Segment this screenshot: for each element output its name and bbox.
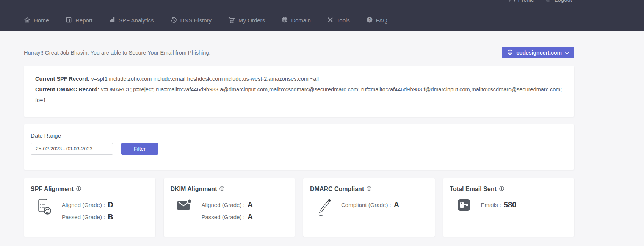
- home-icon: [24, 17, 30, 24]
- date-range-label: Date Range: [31, 132, 567, 139]
- nav-label: Report: [75, 17, 92, 24]
- logout-icon: [545, 0, 552, 3]
- dkim-alignment-card: DKIM Alignment Aligned: [164, 178, 295, 237]
- metric-value: A: [248, 201, 253, 209]
- stat-cards-row: SPF Alignment: [24, 178, 574, 237]
- info-icon[interactable]: [219, 186, 224, 193]
- metric-label: Aligned (Grade) :: [202, 202, 245, 208]
- nav-item-spf-analytics[interactable]: SPF Analytics: [109, 17, 154, 24]
- nav-label: Domain: [291, 17, 311, 24]
- card-title: Total Email Sent: [450, 186, 568, 193]
- dmarc-compliant-card: DMARC Compliant: [303, 178, 435, 237]
- profile-icon: [509, 0, 516, 3]
- account-menu: Profile Logout: [509, 0, 572, 3]
- nav-item-faq[interactable]: ? FAQ: [367, 17, 387, 24]
- card-body: Aligned (Grade) : D Passed (Grade) : B: [31, 199, 149, 223]
- nav-label: Tools: [337, 17, 350, 24]
- metric-row: Emails : 580: [481, 199, 517, 211]
- mailbox-icon: [450, 199, 473, 212]
- card-metrics: Emails : 580: [481, 199, 517, 211]
- tools-icon: [327, 17, 333, 24]
- metric-label: Compliant (Grade) :: [341, 202, 391, 208]
- question-icon: ?: [367, 17, 373, 24]
- svg-text:?: ?: [368, 18, 371, 22]
- chevron-down-icon: [565, 50, 569, 56]
- nav-item-domain[interactable]: Domain: [282, 17, 311, 24]
- globe-icon: [282, 17, 288, 24]
- cart-icon: [228, 17, 235, 24]
- dmarc-record-line: Current DMARC Record: v=DMARC1; p=reject…: [35, 84, 563, 105]
- card-metrics: Aligned (Grade) : A Passed (Grade) : A: [202, 199, 253, 223]
- metric-row: Compliant (Grade) : A: [341, 199, 399, 211]
- card-body: Compliant (Grade) : A: [310, 199, 428, 216]
- metric-label: Passed (Grade) :: [62, 214, 105, 220]
- profile-label: Profile: [518, 0, 534, 3]
- card-title-text: DMARC Compliant: [310, 186, 364, 193]
- nav-label: Home: [34, 17, 49, 24]
- card-title: SPF Alignment: [31, 186, 149, 193]
- nav-item-dns-history[interactable]: DNS History: [171, 17, 212, 24]
- metric-value: A: [248, 213, 253, 221]
- greeting-row: Hurray!! Great Job Bhavin, You are able …: [24, 47, 574, 58]
- card-metrics: Compliant (Grade) : A: [341, 199, 399, 211]
- metric-label: Passed (Grade) :: [202, 214, 245, 220]
- card-title: DMARC Compliant: [310, 186, 428, 193]
- nav-item-report[interactable]: Report: [66, 17, 92, 24]
- card-title-text: SPF Alignment: [31, 186, 74, 193]
- domain-selector-button[interactable]: codesigncert.com: [502, 47, 574, 58]
- card-body: Aligned (Grade) : A Passed (Grade) : A: [171, 199, 288, 223]
- card-body: Emails : 580: [450, 199, 568, 212]
- total-email-sent-card: Total Email Sent: [443, 178, 575, 237]
- metric-row: Aligned (Grade) : D: [62, 199, 113, 211]
- spf-alignment-card: SPF Alignment: [24, 178, 155, 237]
- report-icon: [66, 17, 72, 24]
- logout-label: Logout: [555, 0, 572, 3]
- metric-value: B: [108, 213, 113, 221]
- filter-row: Filter: [31, 143, 567, 155]
- date-filter-card: Date Range Filter: [24, 124, 574, 170]
- main-content: Hurray!! Great Job Bhavin, You are able …: [24, 47, 574, 237]
- profile-button[interactable]: Profile: [509, 0, 534, 3]
- dmarc-record-label: Current DMARC Record:: [35, 86, 99, 92]
- server-sync-icon: [31, 199, 54, 215]
- nav-label: SPF Analytics: [119, 17, 154, 24]
- spf-record-label: Current SPF Record:: [35, 76, 89, 82]
- metric-row: Passed (Grade) : B: [62, 211, 113, 223]
- info-icon[interactable]: [76, 186, 81, 193]
- metric-label: Emails :: [481, 202, 501, 208]
- greeting-text: Hurray!! Great Job Bhavin, You are able …: [24, 50, 210, 56]
- nav-item-my-orders[interactable]: My Orders: [228, 17, 265, 24]
- email-notification-icon: [171, 199, 194, 212]
- card-title-text: DKIM Alignment: [171, 186, 217, 193]
- metric-row: Passed (Grade) : A: [202, 211, 253, 223]
- nav-label: FAQ: [376, 17, 387, 24]
- metric-value: D: [108, 201, 113, 209]
- top-navbar: Profile Logout Home: [0, 0, 644, 31]
- domain-selector-label: codesigncert.com: [516, 50, 562, 56]
- globe-icon: [507, 49, 513, 56]
- main-nav: Home Report SPF Analytics: [24, 0, 387, 31]
- pen-icon: [310, 199, 334, 216]
- bar-chart-icon: [109, 17, 115, 24]
- nav-item-tools[interactable]: Tools: [327, 17, 350, 24]
- logout-button[interactable]: Logout: [545, 0, 572, 3]
- dmarc-record-value: v=DMARC1; p=reject; rua=mailto:2af446d9b…: [35, 86, 562, 103]
- nav-item-home[interactable]: Home: [24, 17, 49, 24]
- card-title: DKIM Alignment: [171, 186, 288, 193]
- metric-label: Aligned (Grade) :: [62, 202, 105, 208]
- info-icon[interactable]: [367, 186, 371, 193]
- nav-label: DNS History: [180, 17, 212, 24]
- dns-records-card: Current SPF Record: v=spf1 include:zoho.…: [24, 66, 574, 117]
- spf-record-value: v=spf1 include:zoho.com include:email.fr…: [91, 76, 318, 82]
- metric-value: A: [394, 201, 399, 209]
- filter-button[interactable]: Filter: [121, 143, 158, 155]
- card-metrics: Aligned (Grade) : D Passed (Grade) : B: [62, 199, 113, 223]
- nav-label: My Orders: [238, 17, 265, 24]
- spf-record-line: Current SPF Record: v=spf1 include:zoho.…: [35, 74, 563, 84]
- card-title-text: Total Email Sent: [450, 186, 497, 193]
- date-range-input[interactable]: [31, 143, 113, 155]
- metric-value: 580: [504, 201, 516, 209]
- metric-row: Aligned (Grade) : A: [202, 199, 253, 211]
- info-icon[interactable]: [499, 186, 504, 193]
- history-icon: [171, 17, 177, 24]
